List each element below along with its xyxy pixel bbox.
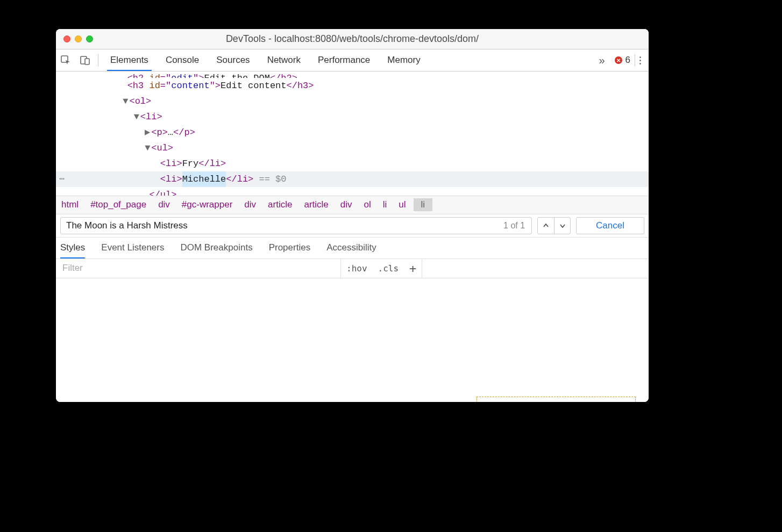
collapse-arrow-icon[interactable]: ▼ — [133, 109, 140, 125]
breadcrumb[interactable]: article — [268, 199, 292, 210]
breadcrumb[interactable]: li — [383, 199, 387, 210]
breadcrumb[interactable]: div — [340, 199, 352, 210]
breadcrumb[interactable]: ul — [399, 199, 406, 210]
dom-tree-panel[interactable]: <h2 id="edit">Edit the DOM</h2> <h3 id="… — [56, 71, 649, 196]
hov-toggle-button[interactable]: :hov — [341, 259, 373, 278]
titlebar: DevTools - localhost:8080/web/tools/chro… — [56, 29, 649, 49]
dom-line[interactable]: <li>Fry</li> — [56, 156, 649, 171]
breadcrumb[interactable]: html — [61, 199, 79, 210]
search-next-button[interactable] — [554, 218, 570, 234]
collapse-arrow-icon[interactable]: ▼ — [144, 140, 151, 156]
zoom-window-button[interactable] — [86, 35, 93, 42]
styles-panel[interactable] — [56, 278, 649, 402]
styles-subtabs: Styles Event Listeners DOM Breakpoints P… — [56, 238, 649, 259]
search-input[interactable] — [65, 220, 503, 232]
breadcrumb[interactable]: div — [158, 199, 170, 210]
subtab-event-listeners[interactable]: Event Listeners — [101, 238, 164, 258]
breadcrumb[interactable]: div — [244, 199, 256, 210]
styles-toolbar: :hov .cls + — [56, 259, 649, 278]
error-count: 6 — [625, 55, 630, 66]
search-nav-group — [537, 217, 571, 234]
expand-arrow-icon[interactable]: ▶ — [144, 125, 151, 140]
element-style-placeholder — [477, 397, 636, 402]
error-icon: ✕ — [615, 56, 622, 64]
ellipsis-icon[interactable]: ⋯ — [59, 171, 65, 187]
dom-line[interactable]: ▼<ol> — [56, 94, 649, 109]
cls-toggle-button[interactable]: .cls — [373, 259, 404, 278]
subtab-dom-breakpoints[interactable]: DOM Breakpoints — [180, 238, 252, 258]
search-prev-button[interactable] — [538, 218, 554, 234]
breadcrumb-bar: html #top_of_page div #gc-wrapper div ar… — [56, 196, 649, 214]
tab-network[interactable]: Network — [259, 49, 309, 71]
tab-performance[interactable]: Performance — [309, 49, 379, 71]
tab-memory[interactable]: Memory — [379, 49, 429, 71]
svg-rect-2 — [85, 59, 89, 64]
dom-line[interactable]: ▼<li> — [56, 109, 649, 125]
minimize-window-button[interactable] — [75, 35, 82, 42]
devtools-window: DevTools - localhost:8080/web/tools/chro… — [56, 29, 649, 402]
error-count-badge[interactable]: ✕ 6 — [610, 55, 635, 66]
close-window-button[interactable] — [63, 35, 70, 42]
traffic-lights — [56, 35, 93, 42]
subtab-styles[interactable]: Styles — [60, 238, 85, 258]
subtab-properties[interactable]: Properties — [269, 238, 310, 258]
collapse-arrow-icon[interactable]: ▼ — [122, 94, 129, 109]
breadcrumb[interactable]: article — [304, 199, 328, 210]
tabs-overflow-button[interactable]: » — [593, 54, 610, 67]
window-title: DevTools - localhost:8080/web/tools/chro… — [56, 33, 649, 45]
cancel-button[interactable]: Cancel — [576, 217, 644, 234]
tab-elements[interactable]: Elements — [102, 49, 157, 71]
styles-filter-input[interactable] — [56, 259, 341, 278]
breadcrumb[interactable]: #gc-wrapper — [182, 199, 233, 210]
subtab-accessibility[interactable]: Accessibility — [326, 238, 376, 258]
dom-line[interactable]: ▼<ul> — [56, 140, 649, 156]
main-toolbar: Elements Console Sources Network Perform… — [56, 49, 649, 71]
breadcrumb-selected[interactable]: li — [418, 198, 429, 211]
breadcrumb[interactable]: ol — [364, 199, 371, 210]
search-count: 1 of 1 — [503, 221, 527, 231]
settings-menu-icon[interactable] — [635, 56, 649, 64]
dom-line[interactable]: <h2 id="edit">Edit the DOM</h2> — [56, 71, 649, 78]
search-input-wrap: 1 of 1 — [60, 217, 532, 234]
device-toolbar-icon[interactable] — [75, 49, 95, 71]
tab-sources[interactable]: Sources — [208, 49, 258, 71]
dom-line-selected[interactable]: ⋯ <li>Michelle</li> == $0 — [56, 171, 649, 187]
dom-line[interactable]: <h3 id="content">Edit content</h3> — [56, 78, 649, 94]
breadcrumb[interactable]: #top_of_page — [90, 199, 146, 210]
search-bar: 1 of 1 Cancel — [56, 214, 649, 238]
toolbar-separator — [98, 54, 98, 67]
new-style-rule-button[interactable]: + — [404, 259, 422, 278]
inspect-element-icon[interactable] — [56, 49, 75, 71]
tab-console[interactable]: Console — [157, 49, 208, 71]
dom-line[interactable]: ▶<p>…</p> — [56, 125, 649, 140]
dom-line[interactable]: </ul> — [56, 187, 649, 196]
